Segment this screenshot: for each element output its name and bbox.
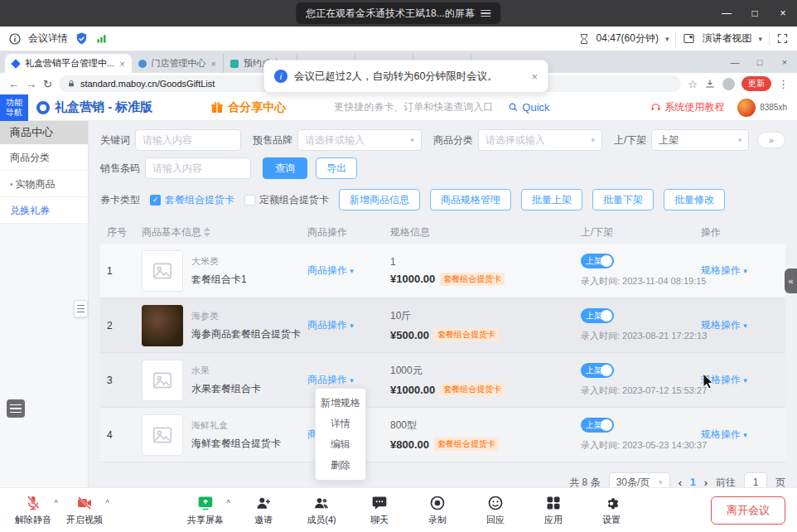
record-button[interactable]: 录制 xyxy=(416,495,459,526)
product-op-dropdown[interactable]: 商品操作 ▾ xyxy=(307,264,354,276)
table-row[interactable]: 4 海鲜礼盒海鲜套餐组合提货卡 商品操作 ▾ 800型¥800.00套餐组合提货… xyxy=(100,408,785,462)
menu-item-delete[interactable]: 删除 xyxy=(316,455,365,476)
browser-tab[interactable]: 门店管理中心 × xyxy=(132,54,224,73)
batch-offshelf-button[interactable]: 批量下架 xyxy=(592,189,654,210)
side-panel-collapse-tab[interactable]: « xyxy=(785,268,797,293)
leave-meeting-button[interactable]: 离开会议 xyxy=(711,496,785,525)
browser-update-button[interactable]: 更新 xyxy=(741,76,771,91)
barcode-input[interactable] xyxy=(145,157,251,179)
keyword-input[interactable] xyxy=(135,129,241,151)
filter-row-1: 关键词 预售品牌 请选择或输入▾ 商品分类 请选择或输入▾ 上/下架 上架▾ » xyxy=(100,129,785,151)
reactions-button[interactable]: 回应 xyxy=(474,495,517,526)
apps-button[interactable]: 应用 xyxy=(532,495,575,526)
spec-op-dropdown[interactable]: 规格操作 ▾ xyxy=(701,264,747,276)
network-signal-icon[interactable] xyxy=(95,32,108,45)
reload-icon[interactable]: ↻ xyxy=(43,78,52,90)
batch-onshelf-button[interactable]: 批量上架 xyxy=(521,189,582,210)
unmute-button[interactable]: 解除静音 ^ xyxy=(12,495,55,526)
page-number-active[interactable]: 1 xyxy=(690,476,696,488)
hamburger-icon[interactable] xyxy=(481,8,491,19)
col-info[interactable]: 商品基本信息 xyxy=(142,225,307,239)
start-video-button[interactable]: 开启视频 ^ xyxy=(63,495,106,526)
spec-op-dropdown[interactable]: 规格操作 ▾ xyxy=(701,428,747,440)
watching-title: 您正在观看金禾通技术王斌18...的屏幕 xyxy=(306,7,474,21)
category-select[interactable]: 请选择或输入▾ xyxy=(478,129,602,151)
video-options-caret-icon[interactable]: ^ xyxy=(105,499,109,508)
sidebar-drag-handle[interactable] xyxy=(74,300,88,317)
sidebar-item-physical-goods[interactable]: •实物商品 xyxy=(0,171,88,197)
shelf-toggle[interactable]: 上架 xyxy=(581,418,614,433)
forward-icon[interactable]: → xyxy=(26,78,36,90)
menu-item-edit[interactable]: 编辑 xyxy=(316,434,365,455)
browser-menu-kebab-icon[interactable]: ⋮ xyxy=(778,78,789,90)
checkbox-combo-card[interactable]: ✓套餐组合提货卡 xyxy=(150,193,234,207)
mic-options-caret-icon[interactable]: ^ xyxy=(54,499,58,508)
product-op-dropdown[interactable]: 商品操作 ▾ xyxy=(307,319,354,331)
invite-button[interactable]: 邀请 xyxy=(242,495,285,526)
share-center-link[interactable]: 合分享中心 xyxy=(210,100,286,115)
tab-close-icon[interactable]: × xyxy=(119,59,124,69)
minimize-button[interactable]: — xyxy=(712,0,741,27)
browser-minimize-button[interactable]: — xyxy=(722,57,747,67)
fullscreen-icon[interactable] xyxy=(776,32,789,45)
shelf-toggle[interactable]: 上架 xyxy=(581,308,614,323)
menu-item-add-spec[interactable]: 新增规格 xyxy=(316,393,365,414)
table-row[interactable]: 2 海参类海参商品套餐组合提货卡 商品操作 ▾ 10斤¥500.00套餐组合提货… xyxy=(100,298,785,353)
share-options-caret-icon[interactable]: ^ xyxy=(226,499,230,508)
add-product-button[interactable]: 新增商品信息 xyxy=(339,189,420,210)
table-row[interactable]: 1 大米类套餐组合卡1 商品操作 ▾ 1¥1000.00套餐组合提货卡 上架录入… xyxy=(100,244,785,298)
export-button[interactable]: 导出 xyxy=(316,157,357,179)
chat-button[interactable]: 聊天 xyxy=(358,495,401,526)
back-icon[interactable]: ← xyxy=(8,78,19,90)
sidebar-item-categories[interactable]: 商品分类 xyxy=(0,144,88,171)
product-op-dropdown-open[interactable]: 商品操作 ▾ xyxy=(307,374,354,385)
maximize-button[interactable]: □ xyxy=(741,0,769,27)
notification-close-icon[interactable]: × xyxy=(531,70,538,83)
price: ¥500.00 xyxy=(390,329,429,341)
batch-edit-button[interactable]: 批量修改 xyxy=(664,189,725,210)
function-nav-button[interactable]: 功能 导航 xyxy=(0,94,28,121)
menu-item-details[interactable]: 详情 xyxy=(316,414,365,434)
browser-close-button[interactable]: × xyxy=(772,57,797,67)
shelf-toggle[interactable]: 上架 xyxy=(581,363,614,378)
browser-profile-avatar[interactable] xyxy=(722,78,735,90)
screen-watching-pill[interactable]: 您正在观看金禾通技术王斌18...的屏幕 xyxy=(296,2,500,24)
meeting-task-panel-toggle[interactable] xyxy=(7,399,25,418)
tutorial-link[interactable]: 系统使用教程 xyxy=(650,100,724,114)
product-category: 大米类 xyxy=(191,255,247,268)
shelf-select[interactable]: 上架▾ xyxy=(651,129,749,151)
settings-button[interactable]: 设置 xyxy=(590,495,633,526)
spec-op-dropdown[interactable]: 规格操作 ▾ xyxy=(701,374,747,385)
brand-select[interactable]: 请选择或输入▾ xyxy=(297,129,422,151)
spec-op-dropdown[interactable]: 规格操作 ▾ xyxy=(701,319,747,331)
bookmark-star-icon[interactable]: ☆ xyxy=(688,78,698,90)
spec-manage-button[interactable]: 商品规格管理 xyxy=(430,189,511,210)
view-mode-selector[interactable]: 演讲者视图 xyxy=(702,31,751,46)
view-dropdown-caret-icon[interactable]: ▾ xyxy=(758,35,762,43)
share-screen-button[interactable]: 共享屏幕 ^ xyxy=(184,495,227,526)
browser-tab-active[interactable]: 礼盒营销平台管理中... × xyxy=(5,54,132,73)
product-image-placeholder xyxy=(142,414,183,456)
sidebar-item-gift-vouchers[interactable]: 兑换礼券 xyxy=(0,197,88,224)
search-button[interactable]: 查询 xyxy=(263,157,307,179)
checkbox-fixed-card[interactable]: 定额组合提货卡 xyxy=(244,193,329,207)
meeting-details-link[interactable]: 会议详情 xyxy=(28,31,68,46)
close-button[interactable]: × xyxy=(769,0,797,27)
timer-dropdown-caret-icon[interactable]: ▾ xyxy=(665,35,669,43)
sort-icon[interactable] xyxy=(204,227,210,237)
price: ¥800.00 xyxy=(390,438,429,451)
record-time: 录入时间: 2023-07-12 15:53:27 xyxy=(581,384,701,397)
meeting-timer[interactable]: 04:47(60分钟) xyxy=(597,31,659,46)
quick-search-link[interactable]: Quick xyxy=(508,101,549,114)
row-no: 2 xyxy=(100,320,142,331)
collapse-filters-button[interactable]: » xyxy=(757,132,785,148)
security-shield-icon[interactable] xyxy=(75,31,89,46)
members-button[interactable]: 成员(4) xyxy=(300,495,343,526)
table-row[interactable]: 3 水果水果套餐组合卡 商品操作 ▾ 1000元¥1000.00套餐组合提货卡 … xyxy=(100,353,785,408)
browser-maximize-button[interactable]: □ xyxy=(747,57,772,67)
user-account[interactable]: 8385xh xyxy=(737,99,787,117)
filter-row-3: 券卡类型 ✓套餐组合提货卡 定额组合提货卡 新增商品信息 商品规格管理 批量上架… xyxy=(100,189,785,210)
shelf-toggle[interactable]: 上架 xyxy=(581,254,614,268)
download-icon[interactable] xyxy=(704,78,716,89)
tab-close-icon[interactable]: × xyxy=(211,59,216,69)
